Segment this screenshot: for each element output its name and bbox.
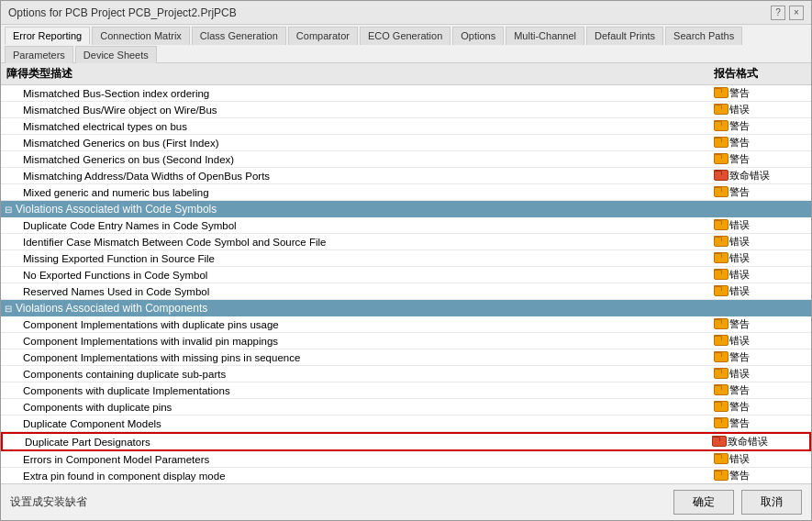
tab-parameters[interactable]: Parameters: [5, 46, 73, 63]
table-row[interactable]: No Exported Functions in Code Symbol 错误: [1, 267, 811, 283]
folder-icon: [714, 171, 727, 181]
folder-icon: [714, 319, 727, 329]
folder-icon: [714, 154, 727, 164]
table-row[interactable]: Component Implementations with missing p…: [1, 349, 811, 366]
tab-class-generation[interactable]: Class Generation: [192, 27, 286, 45]
folder-icon: [714, 454, 727, 464]
title-buttons: ? ×: [771, 6, 804, 20]
col-name-header: 障得类型描述: [6, 66, 714, 82]
table-row[interactable]: Components containing duplicate sub-part…: [1, 366, 811, 382]
folder-icon: [714, 402, 727, 412]
table-row[interactable]: Missing Exported Function in Source File…: [1, 250, 811, 267]
tab-multi-channel[interactable]: Multi-Channel: [506, 27, 584, 45]
group-header-components[interactable]: ⊟ Violations Associated with Components: [1, 300, 811, 316]
folder-icon: [714, 385, 727, 395]
table-row[interactable]: Mismatched electrical types on bus 警告: [1, 118, 811, 135]
close-button[interactable]: ×: [789, 6, 804, 20]
folder-icon: [714, 105, 727, 115]
table-row[interactable]: Mismatched Bus/Wire object on Wire/Bus 错…: [1, 102, 811, 118]
table-row[interactable]: Reserved Names Used in Code Symbol 错误: [1, 283, 811, 300]
table-row[interactable]: Duplicate Component Models 警告: [1, 416, 811, 432]
folder-icon: [714, 336, 727, 346]
toggle-icon: ⊟: [5, 304, 12, 314]
confirm-button[interactable]: 确定: [673, 490, 734, 515]
folder-icon: [712, 437, 725, 447]
toggle-icon: ⊟: [5, 205, 12, 215]
folder-icon: [714, 121, 727, 131]
tab-bar: Error Reporting Connection Matrix Class …: [1, 25, 811, 63]
table-row[interactable]: Mixed generic and numeric bus labeling 警…: [1, 184, 811, 201]
table-row[interactable]: Identifier Case Mismatch Between Code Sy…: [1, 234, 811, 250]
folder-icon: [714, 286, 727, 296]
window-title: Options for PCB Project PCB_Project2.Prj…: [8, 6, 237, 19]
table-row[interactable]: Components with duplicate pins 警告: [1, 399, 811, 416]
footer-buttons: 确定 取消: [673, 490, 802, 515]
table-row[interactable]: Extra pin found in component display mod…: [1, 468, 811, 483]
folder-icon: [714, 220, 727, 230]
folder-icon: [714, 88, 727, 98]
group-label: Violations Associated with Code Symbols: [16, 203, 217, 216]
folder-icon: [714, 369, 727, 379]
tab-default-prints[interactable]: Default Prints: [586, 27, 663, 45]
tab-device-sheets[interactable]: Device Sheets: [75, 46, 157, 63]
table-row[interactable]: Components with duplicate Implementation…: [1, 382, 811, 399]
folder-icon: [714, 471, 727, 481]
main-window: Options for PCB Project PCB_Project2.Prj…: [0, 0, 812, 521]
folder-icon: [714, 138, 727, 148]
folder-icon: [714, 237, 727, 247]
table-row[interactable]: Component Implementations with duplicate…: [1, 316, 811, 333]
table-row[interactable]: Mismatched Bus-Section index ordering 警告: [1, 85, 811, 102]
group-header-code-symbols[interactable]: ⊟ Violations Associated with Code Symbol…: [1, 201, 811, 217]
table-row[interactable]: Mismatched Generics on bus (Second Index…: [1, 151, 811, 168]
content-area: 障得类型描述 报告格式 Mismatched Bus-Section index…: [1, 63, 811, 483]
table-row[interactable]: Component Implementations with invalid p…: [1, 333, 811, 349]
tab-comparator[interactable]: Comparator: [288, 27, 358, 45]
tab-error-reporting[interactable]: Error Reporting: [5, 27, 90, 45]
table-row[interactable]: Mismatching Address/Data Widths of OpenB…: [1, 168, 811, 184]
table-body[interactable]: Mismatched Bus-Section index ordering 警告…: [1, 85, 811, 483]
footer: 设置成安装缺省 确定 取消: [1, 483, 811, 520]
title-bar: Options for PCB Project PCB_Project2.Prj…: [1, 1, 811, 25]
footer-text: 设置成安装缺省: [10, 494, 87, 510]
folder-icon: [714, 187, 727, 197]
tab-eco-generation[interactable]: ECO Generation: [360, 27, 450, 45]
table-row[interactable]: Duplicate Code Entry Names in Code Symbo…: [1, 217, 811, 234]
help-button[interactable]: ?: [771, 6, 785, 20]
table-header: 障得类型描述 报告格式: [1, 63, 811, 85]
folder-icon: [714, 352, 727, 362]
table-row[interactable]: Errors in Component Model Parameters 错误: [1, 451, 811, 468]
tab-options[interactable]: Options: [452, 27, 504, 45]
col-status-header: 报告格式: [714, 66, 806, 82]
table-row[interactable]: Mismatched Generics on bus (First Index)…: [1, 135, 811, 151]
tab-connection-matrix[interactable]: Connection Matrix: [92, 27, 190, 45]
folder-icon: [714, 418, 727, 428]
cancel-button[interactable]: 取消: [741, 490, 802, 515]
tab-search-paths[interactable]: Search Paths: [665, 27, 742, 45]
group-label: Violations Associated with Components: [16, 302, 207, 315]
folder-icon: [714, 253, 727, 263]
table-row-selected[interactable]: Duplicate Part Designators 致命错误: [1, 432, 811, 451]
folder-icon: [714, 270, 727, 280]
